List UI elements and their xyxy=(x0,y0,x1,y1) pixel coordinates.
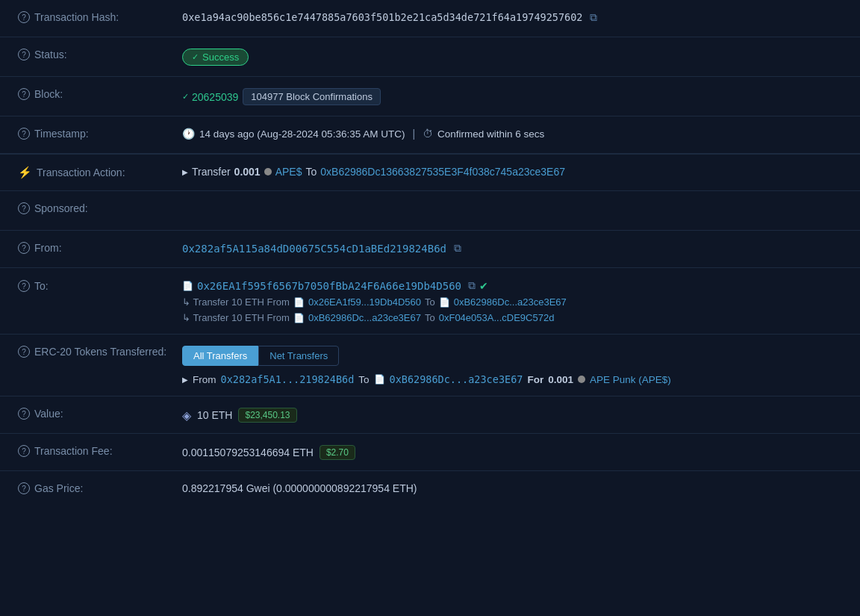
from-address-link[interactable]: 0x282af5A115a84dD00675C554cD1aBEd219824B… xyxy=(182,243,446,255)
row-transaction-hash: ? Transaction Hash: 0xe1a94ac90be856c1e7… xyxy=(0,0,860,37)
block-number-link[interactable]: 20625039 xyxy=(182,91,238,103)
tx-action-to-address[interactable]: 0xB62986Dc13663827535E3F4f038c745a23ce3E… xyxy=(320,166,565,178)
value-gas-price: 0.892217954 Gwei (0.000000000892217954 E… xyxy=(182,482,842,494)
copy-tx-hash-icon[interactable]: ⧉ xyxy=(590,11,597,24)
erc20-token-name-link[interactable]: APE Punk (APE$) xyxy=(590,374,671,385)
value-sponsored xyxy=(182,202,842,220)
tx-action-amount: 0.001 xyxy=(234,166,261,178)
tx-action-arrow: ▶ xyxy=(182,168,188,176)
row-from: ? From: 0x282af5A115a84dD00675C554cD1aBE… xyxy=(0,231,860,268)
help-icon-timestamp[interactable]: ? xyxy=(18,128,30,140)
row-transaction-action: ⚡ Transaction Action: ▶ Transfer 0.001 A… xyxy=(0,154,860,191)
gas-price-value: 0.892217954 Gwei (0.000000000892217954 E… xyxy=(182,482,417,494)
to-verified-icon: ✔ xyxy=(479,280,488,292)
erc20-token-dot xyxy=(578,376,585,383)
erc20-to-addr[interactable]: 0xB62986Dc...a23ce3E67 xyxy=(390,373,523,385)
row-to: ? To: 📄 0x26EA1f595f6567b7050fBbA24F6A66… xyxy=(0,268,860,335)
help-icon-block[interactable]: ? xyxy=(18,88,30,100)
help-icon-to[interactable]: ? xyxy=(18,280,30,292)
tab-all-transfers[interactable]: All Transfers xyxy=(182,346,258,366)
transfer-from-addr-1[interactable]: 0x26EA1f59...19Db4D560 xyxy=(308,296,421,308)
help-icon-tx-fee[interactable]: ? xyxy=(18,445,30,457)
transfer-from-addr-2[interactable]: 0xB62986Dc...a23ce3E67 xyxy=(308,312,421,323)
value-usd-badge: $23,450.13 xyxy=(238,408,296,423)
value-to: 📄 0x26EA1f595f6567b7050fBbA24F6A66e19Db4… xyxy=(182,279,842,323)
contract-icon-to1: 📄 xyxy=(439,297,450,308)
label-timestamp: ? Timestamp: xyxy=(18,127,182,140)
help-icon-from[interactable]: ? xyxy=(18,242,30,254)
label-transaction-action: ⚡ Transaction Action: xyxy=(18,165,182,179)
row-transaction-fee: ? Transaction Fee: 0.00115079253146694 E… xyxy=(0,434,860,471)
clock-icon: 🕐 xyxy=(182,128,195,140)
timestamp-separator: | xyxy=(412,128,415,140)
erc20-arrow: ▶ xyxy=(182,376,188,384)
row-erc20: ? ERC-20 Tokens Transferred: All Transfe… xyxy=(0,335,860,396)
status-badge: Success xyxy=(182,49,249,66)
row-value: ? Value: ◈ 10 ETH $23,450.13 xyxy=(0,396,860,434)
ape-token-link[interactable]: APE$ xyxy=(275,166,302,178)
help-icon-value[interactable]: ? xyxy=(18,408,30,420)
help-icon-sponsored[interactable]: ? xyxy=(18,202,30,214)
label-transaction-hash: ? Transaction Hash: xyxy=(18,10,182,23)
row-sponsored: ? Sponsored: xyxy=(0,191,860,231)
eth-icon: ◈ xyxy=(182,408,191,423)
transfer-to-label-1: To xyxy=(425,296,435,308)
value-transaction-action: ▶ Transfer 0.001 APE$ To 0xB62986Dc13663… xyxy=(182,165,842,178)
label-block: ? Block: xyxy=(18,87,182,100)
help-icon-gas-price[interactable]: ? xyxy=(18,482,30,494)
erc20-from-label: From xyxy=(193,374,216,385)
value-timestamp: 🕐 14 days ago (Aug-28-2024 05:36:35 AM U… xyxy=(182,127,842,140)
label-from: ? From: xyxy=(18,241,182,254)
confirmed-text: Confirmed within 6 secs xyxy=(437,128,544,140)
transfer-to-addr-1[interactable]: 0xB62986Dc...a23ce3E67 xyxy=(454,296,567,308)
value-transaction-fee: 0.00115079253146694 ETH $2.70 xyxy=(182,444,842,460)
to-address-link[interactable]: 0x26EA1f595f6567b7050fBbA24F6A66e19Db4D5… xyxy=(197,280,461,292)
value-erc20: All Transfers Net Transfers ▶ From 0x282… xyxy=(182,345,842,385)
erc20-amount: 0.001 xyxy=(548,374,573,385)
copy-from-address-icon[interactable]: ⧉ xyxy=(454,242,461,255)
erc20-contract-icon: 📄 xyxy=(374,374,385,385)
help-icon-tx-hash[interactable]: ? xyxy=(18,11,30,23)
tx-fee-amount: 0.00115079253146694 ETH xyxy=(182,447,314,458)
erc20-for-label: For xyxy=(527,374,543,385)
erc20-tab-bar: All Transfers Net Transfers xyxy=(182,346,339,366)
contract-icon-to: 📄 xyxy=(182,281,193,291)
tx-action-transfer-label: Transfer xyxy=(192,166,231,178)
to-transfer-row-1: ↳ Transfer 10 ETH From 📄 0x26EA1f59...19… xyxy=(182,296,567,308)
value-status: Success xyxy=(182,48,842,66)
value-transaction-hash: 0xe1a94ac90be856c1e7447885a7603f501b2e21… xyxy=(182,10,842,24)
value-from: 0x282af5A115a84dD00675C554cD1aBEd219824B… xyxy=(182,241,842,255)
block-confirmations-badge: 104977 Block Confirmations xyxy=(243,88,381,105)
timestamp-text: 14 days ago (Aug-28-2024 05:36:35 AM UTC… xyxy=(199,128,405,140)
label-gas-price: ? Gas Price: xyxy=(18,482,182,494)
label-value: ? Value: xyxy=(18,407,182,420)
contract-icon-from1: 📄 xyxy=(293,297,305,308)
confirmed-icon: ⏱ xyxy=(423,128,433,140)
copy-to-address-icon[interactable]: ⧉ xyxy=(468,279,476,292)
erc20-from-addr[interactable]: 0x282af5A1...219824B6d xyxy=(221,373,355,385)
lightning-icon: ⚡ xyxy=(18,166,32,179)
value-block: 20625039 104977 Block Confirmations xyxy=(182,87,842,105)
help-icon-status[interactable]: ? xyxy=(18,49,30,60)
value-value: ◈ 10 ETH $23,450.13 xyxy=(182,407,842,423)
erc20-to-label: To xyxy=(358,374,369,385)
label-transaction-fee: ? Transaction Fee: xyxy=(18,444,182,457)
transaction-detail-page: ? Transaction Hash: 0xe1a94ac90be856c1e7… xyxy=(0,0,860,508)
tx-hash-value: 0xe1a94ac90be856c1e7447885a7603f501b2e21… xyxy=(182,11,582,23)
transfer-to-label-2: To xyxy=(425,312,435,323)
label-status: ? Status: xyxy=(18,48,182,60)
ape-dot-icon xyxy=(264,168,272,175)
help-icon-erc20[interactable]: ? xyxy=(18,346,30,358)
tab-net-transfers[interactable]: Net Transfers xyxy=(258,346,339,366)
eth-amount: 10 ETH xyxy=(197,409,232,421)
row-status: ? Status: Success xyxy=(0,37,860,77)
tx-action-to-label: To xyxy=(305,166,317,178)
transfer-prefix-2: ↳ Transfer 10 ETH From xyxy=(182,312,290,323)
tx-fee-usd-badge: $2.70 xyxy=(320,445,355,460)
row-timestamp: ? Timestamp: 🕐 14 days ago (Aug-28-2024 … xyxy=(0,116,860,154)
to-transfer-row-2: ↳ Transfer 10 ETH From 📄 0xB62986Dc...a2… xyxy=(182,312,554,323)
label-to: ? To: xyxy=(18,279,182,292)
transfer-to-addr-2[interactable]: 0xF04e053A...cDE9C572d xyxy=(439,312,555,323)
label-sponsored: ? Sponsored: xyxy=(18,202,182,214)
erc20-transfer-line: ▶ From 0x282af5A1...219824B6d To 📄 0xB62… xyxy=(182,373,671,385)
